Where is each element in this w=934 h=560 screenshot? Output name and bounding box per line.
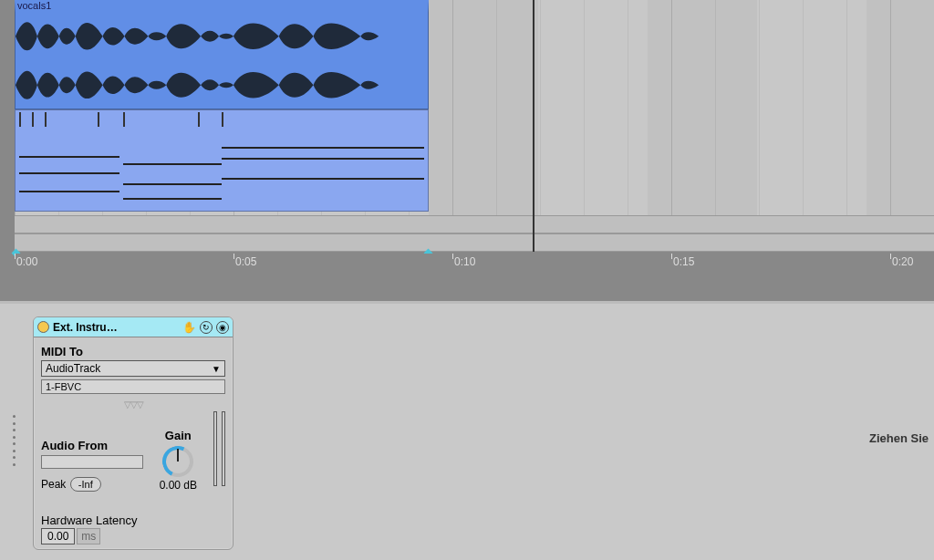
chevron-down-icon: ▼ [212, 364, 221, 374]
ruler-tick [234, 254, 234, 259]
grid-line [671, 0, 672, 250]
ruler-label: 0:10 [454, 255, 475, 268]
gain-value[interactable]: 0.00 dB [160, 479, 197, 492]
ruler-label: 0:15 [673, 255, 694, 268]
ruler-label: 0:00 [16, 255, 37, 268]
drag-handle-icon[interactable] [13, 413, 22, 468]
audio-from-dropdown[interactable] [41, 455, 143, 469]
audio-from-label: Audio From [41, 439, 143, 452]
save-preset-icon[interactable]: ◉ [216, 321, 229, 334]
midi-bar [98, 112, 99, 127]
midi-to-value: AudioTrack [46, 362, 100, 375]
drop-hint-text: Ziehen Sie [869, 431, 929, 445]
section-divider-icon: ▽▽▽ [41, 399, 225, 410]
midi-bar [222, 112, 223, 127]
midi-note[interactable] [123, 183, 222, 185]
grid-line [803, 0, 804, 250]
hw-latency-label: Hardware Latency [41, 513, 225, 527]
ruler-label: 0:05 [235, 255, 256, 268]
ruler-tick [15, 254, 16, 259]
midi-note[interactable] [123, 163, 222, 165]
grid-line [890, 0, 891, 250]
grid-line [496, 0, 497, 250]
ruler-tick [890, 254, 891, 259]
grid-shade [429, 0, 538, 250]
refresh-icon[interactable]: ↻ [200, 321, 213, 334]
midi-to-dropdown[interactable]: AudioTrack ▼ [41, 360, 225, 377]
playhead[interactable] [533, 0, 534, 252]
midi-note[interactable] [19, 156, 119, 158]
track-lanes[interactable]: /*noop*/ vocals1 [15, 0, 934, 252]
ruler-label: 0:20 [892, 255, 913, 268]
peak-value[interactable]: -Inf [70, 477, 101, 492]
device-on-toggle[interactable] [37, 321, 49, 333]
peak-label: Peak [41, 478, 66, 491]
ruler-tick [671, 254, 672, 259]
device-title: Ext. Instru… [53, 321, 178, 334]
arrangement-view[interactable]: /*noop*/ vocals1 [0, 0, 934, 252]
midi-channel-field[interactable]: 1-FBVC [41, 379, 225, 394]
grid-line [846, 0, 847, 250]
device-body: MIDI To AudioTrack ▼ 1-FBVC ▽▽▽ Audio Fr… [34, 337, 233, 552]
midi-clip[interactable] [15, 109, 429, 212]
midi-note[interactable] [19, 191, 119, 192]
empty-lane[interactable] [15, 215, 934, 233]
grid-line [584, 0, 585, 250]
waveform-icon [16, 13, 428, 109]
clip-label: vocals1 [17, 0, 51, 11]
midi-bar [123, 112, 125, 127]
midi-channel-value: 1-FBVC [46, 381, 81, 392]
empty-lane[interactable] [15, 233, 934, 252]
ruler-tick [452, 254, 453, 259]
hw-latency-unit: ms [77, 528, 100, 544]
grid-line [540, 0, 541, 250]
level-meter [212, 411, 225, 486]
grid-shade [648, 0, 757, 250]
grid-line [715, 0, 716, 250]
external-instrument-device[interactable]: Ext. Instru… ✋ ↻ ◉ MIDI To AudioTrack ▼ … [33, 316, 234, 550]
midi-note[interactable] [222, 158, 424, 160]
hw-latency-value[interactable]: 0.00 [41, 528, 75, 544]
gain-knob[interactable] [162, 446, 193, 477]
hand-icon[interactable]: ✋ [182, 321, 196, 334]
grid-line [452, 0, 453, 250]
midi-bar [198, 112, 200, 127]
midi-note[interactable] [19, 172, 119, 174]
midi-bar [19, 112, 21, 127]
midi-note[interactable] [222, 178, 424, 180]
midi-bar [32, 112, 34, 127]
time-ruler[interactable]: 0:00 0:05 0:10 0:15 0:20 [15, 254, 934, 274]
audio-clip[interactable]: vocals1 [15, 0, 429, 109]
midi-to-label: MIDI To [41, 345, 225, 358]
grid-shade [867, 0, 934, 250]
gain-label: Gain [165, 429, 192, 442]
midi-note[interactable] [222, 147, 424, 149]
device-header[interactable]: Ext. Instru… ✋ ↻ ◉ [34, 317, 233, 337]
grid-line [628, 0, 628, 250]
midi-bar [45, 112, 47, 127]
midi-note[interactable] [123, 198, 222, 200]
device-view[interactable]: Ext. Instru… ✋ ↻ ◉ MIDI To AudioTrack ▼ … [0, 301, 934, 560]
grid-line [759, 0, 760, 250]
